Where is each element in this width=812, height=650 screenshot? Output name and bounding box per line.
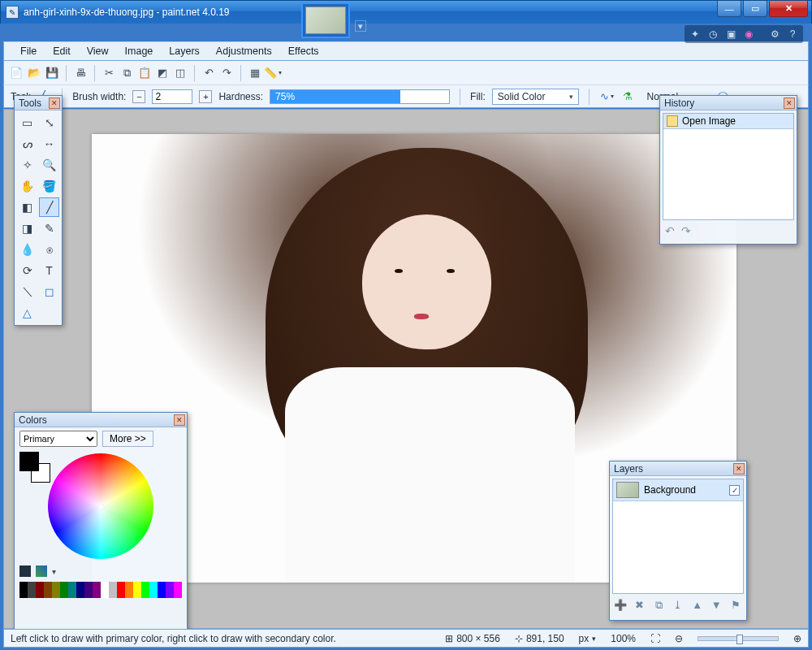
palette-color[interactable] bbox=[141, 582, 149, 598]
menu-adjustments[interactable]: Adjustments bbox=[208, 46, 280, 57]
close-button[interactable]: ✕ bbox=[769, 1, 808, 17]
menu-view[interactable]: View bbox=[79, 46, 117, 57]
save-icon[interactable]: 💾 bbox=[45, 66, 59, 80]
brushwidth-input[interactable] bbox=[152, 89, 192, 104]
palette-color[interactable] bbox=[117, 582, 125, 598]
palette-strip[interactable] bbox=[19, 582, 182, 598]
cut-icon[interactable]: ✂ bbox=[102, 66, 116, 80]
layer-up-icon[interactable]: ▲ bbox=[691, 599, 704, 612]
palette-color[interactable] bbox=[101, 582, 109, 598]
history-redo-icon[interactable]: ↷ bbox=[681, 224, 691, 237]
brushwidth-minus[interactable]: − bbox=[132, 90, 145, 103]
redo-icon[interactable]: ↷ bbox=[219, 66, 234, 80]
paste-icon[interactable]: 📋 bbox=[137, 66, 152, 80]
palette-color[interactable] bbox=[84, 582, 93, 598]
history-panel-close[interactable]: ✕ bbox=[784, 98, 795, 109]
palette-color[interactable] bbox=[125, 582, 133, 598]
antialias-icon[interactable]: ∿ bbox=[599, 89, 614, 104]
layer-visible-checkbox[interactable]: ✓ bbox=[729, 485, 740, 496]
tool-text[interactable]: T bbox=[39, 261, 59, 280]
settings-icon[interactable]: ⚙ bbox=[767, 27, 782, 41]
tools-panel-close[interactable]: ✕ bbox=[49, 98, 60, 109]
palette-color[interactable] bbox=[166, 582, 174, 598]
history-undo-icon[interactable]: ↶ bbox=[665, 224, 675, 237]
palette-color[interactable] bbox=[36, 582, 44, 598]
tool-lasso[interactable]: ᔕ bbox=[17, 134, 37, 154]
tool-magic-wand[interactable]: ✧ bbox=[17, 155, 37, 175]
tool-clone[interactable]: ⍟ bbox=[39, 240, 59, 259]
color-wheel[interactable] bbox=[48, 453, 153, 559]
tool-shapes[interactable]: ◻ bbox=[39, 282, 59, 301]
open-icon[interactable]: 📂 bbox=[27, 66, 41, 80]
palette-color[interactable] bbox=[60, 582, 68, 598]
grid-icon[interactable]: ▦ bbox=[248, 66, 262, 80]
menu-file[interactable]: File bbox=[12, 46, 45, 57]
color-mode-select[interactable]: Primary bbox=[19, 431, 97, 447]
help-icon[interactable]: ? bbox=[785, 27, 800, 41]
layer-props-icon[interactable]: ⚑ bbox=[729, 599, 742, 612]
palette-color[interactable] bbox=[68, 582, 76, 598]
zoom-slider[interactable] bbox=[698, 636, 779, 641]
palette-color[interactable] bbox=[109, 582, 117, 598]
blend-icon[interactable]: ⚗ bbox=[620, 89, 635, 104]
tool-move-selection[interactable]: ⤡ bbox=[39, 113, 59, 132]
layer-merge-icon[interactable]: ⤓ bbox=[672, 599, 685, 612]
colors-panel-close[interactable]: ✕ bbox=[174, 414, 185, 426]
menu-image[interactable]: Image bbox=[117, 46, 162, 57]
palette-add-icon[interactable] bbox=[36, 566, 47, 577]
colors-toggle-icon[interactable]: ◉ bbox=[741, 27, 756, 41]
menu-edit[interactable]: Edit bbox=[45, 46, 79, 57]
palette-color[interactable] bbox=[52, 582, 60, 598]
palette-color[interactable] bbox=[76, 582, 84, 598]
zoom-fit-icon[interactable]: ⛶ bbox=[650, 633, 660, 644]
history-item[interactable]: Open Image bbox=[663, 114, 793, 129]
palette-color[interactable] bbox=[28, 582, 36, 598]
layers-panel-close[interactable]: ✕ bbox=[733, 463, 745, 474]
zoom-in-icon[interactable]: ⊕ bbox=[793, 633, 801, 644]
menu-effects[interactable]: Effects bbox=[280, 46, 327, 57]
tool-recolor[interactable]: ⟳ bbox=[17, 261, 37, 280]
minimize-button[interactable]: — bbox=[717, 1, 741, 17]
color-swatches[interactable] bbox=[19, 452, 55, 484]
palette-color[interactable] bbox=[158, 582, 166, 598]
tool-move-pixels[interactable]: ↔ bbox=[39, 134, 59, 154]
brushwidth-plus[interactable]: + bbox=[199, 90, 212, 103]
copy-icon[interactable]: ⧉ bbox=[119, 66, 134, 80]
tool-line[interactable]: ＼ bbox=[17, 282, 37, 301]
zoom-out-icon[interactable]: ⊖ bbox=[675, 633, 683, 644]
fill-select[interactable]: Solid Color bbox=[492, 89, 580, 105]
tools-toggle-icon[interactable]: ✦ bbox=[688, 27, 702, 41]
palette-color[interactable] bbox=[44, 582, 52, 598]
ruler-icon[interactable]: 📏 bbox=[266, 66, 280, 80]
tool-colorpicker[interactable]: 💧 bbox=[17, 240, 37, 259]
history-toggle-icon[interactable]: ◷ bbox=[706, 27, 720, 41]
deselect-icon[interactable]: ◫ bbox=[173, 66, 188, 80]
document-thumb[interactable] bbox=[301, 2, 350, 38]
tool-rect-select[interactable]: ▭ bbox=[17, 113, 37, 132]
layer-down-icon[interactable]: ▼ bbox=[710, 599, 723, 612]
print-icon[interactable]: 🖶 bbox=[73, 66, 88, 80]
tool-fill[interactable]: 🪣 bbox=[39, 176, 59, 196]
tool-pan[interactable]: ✋ bbox=[17, 176, 37, 196]
palette-color[interactable] bbox=[19, 582, 28, 598]
palette-color[interactable] bbox=[149, 582, 158, 598]
hardness-slider[interactable]: 75% bbox=[270, 89, 450, 104]
palette-color[interactable] bbox=[133, 582, 141, 598]
colors-more-button[interactable]: More >> bbox=[102, 431, 153, 447]
layer-row[interactable]: Background ✓ bbox=[613, 479, 743, 501]
maximize-button[interactable]: ▭ bbox=[743, 1, 767, 17]
tool-shapes2[interactable]: △ bbox=[17, 303, 37, 323]
palette-color[interactable] bbox=[174, 582, 182, 598]
palette-color[interactable] bbox=[93, 582, 101, 598]
primary-color-swatch[interactable] bbox=[19, 452, 39, 471]
layers-toggle-icon[interactable]: ▣ bbox=[723, 27, 738, 41]
layer-duplicate-icon[interactable]: ⧉ bbox=[652, 599, 665, 612]
undo-icon[interactable]: ↶ bbox=[201, 66, 216, 80]
new-icon[interactable]: 📄 bbox=[9, 66, 24, 80]
tool-zoom[interactable]: 🔍 bbox=[39, 155, 59, 175]
add-tab-button[interactable]: ▾ bbox=[355, 20, 366, 32]
layer-add-icon[interactable]: ➕ bbox=[614, 599, 627, 612]
menu-layers[interactable]: Layers bbox=[161, 46, 208, 57]
layer-delete-icon[interactable]: ✖ bbox=[633, 599, 646, 612]
tool-eraser[interactable]: ◨ bbox=[17, 219, 37, 238]
